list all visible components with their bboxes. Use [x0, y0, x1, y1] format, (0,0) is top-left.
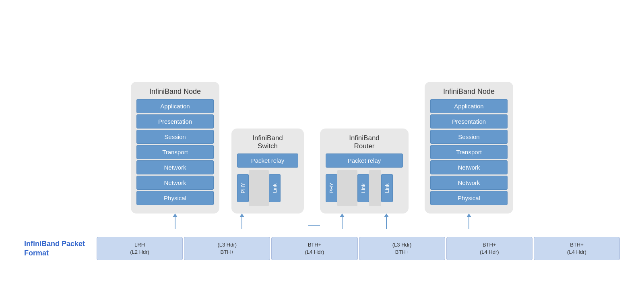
- switch-vline-left: [242, 217, 242, 229]
- left-node-wrap: InfiniBand Node Application Presentation…: [131, 82, 219, 230]
- router-link-right-label: Link: [381, 174, 393, 202]
- infiniband-router: InfiniBandRouter Packet relay PHY Link L…: [320, 129, 409, 214]
- router-link-right-col: Link: [381, 170, 393, 206]
- router-arrow-right: [384, 214, 389, 230]
- router-arrow-left: [340, 214, 345, 230]
- right-layer-network1: Network: [430, 160, 508, 174]
- left-layer-presentation: Presentation: [136, 114, 214, 129]
- left-arrowhead: [173, 214, 178, 217]
- packet-format-label: InfiniBand PacketFormat: [24, 239, 97, 258]
- router-link-left-col: Link: [357, 170, 369, 206]
- right-node-wrap: InfiniBand Node Application Presentation…: [425, 82, 513, 230]
- right-vline: [469, 217, 469, 229]
- h-conn-1: [308, 225, 320, 226]
- right-infiniband-node: InfiniBand Node Application Presentation…: [425, 82, 513, 214]
- packet-seg-l3-bth2: (L3 Hdr)BTH+: [359, 237, 445, 260]
- router-phy-label: PHY: [326, 174, 337, 202]
- switch-link-label: Link: [269, 174, 281, 202]
- diagram-inner: InfiniBand Node Application Presentation…: [24, 12, 620, 230]
- right-layer-session: Session: [430, 130, 508, 144]
- router-vline-right: [386, 217, 387, 229]
- switch-link-col: Link: [269, 170, 281, 206]
- left-layer-network1: Network: [136, 160, 214, 174]
- infiniband-switch: InfiniBandSwitch Packet relay PHY Link: [231, 129, 304, 214]
- right-layer-transport: Transport: [430, 145, 508, 159]
- diagram-wrapper: InfiniBand Node Application Presentation…: [24, 12, 620, 230]
- right-layer-presentation: Presentation: [430, 114, 508, 129]
- left-layer-session: Session: [136, 130, 214, 144]
- packet-seg-bth-l4-2: BTH+(L4 Hdr): [446, 237, 533, 260]
- switch-packet-relay: Packet relay: [237, 153, 298, 168]
- packet-segments: LRH(L2 Hdr) (L3 Hdr)BTH+ BTH+(L4 Hdr) (L…: [97, 237, 620, 260]
- switch-wrap: InfiniBandSwitch Packet relay PHY Link: [231, 129, 304, 230]
- router-phy-col: PHY: [326, 170, 337, 206]
- left-node-title: InfiniBand Node: [136, 87, 214, 96]
- switch-arrow-left: [239, 214, 244, 230]
- router-port-gap2: [369, 170, 381, 206]
- router-arrowhead-left: [340, 214, 345, 217]
- switch-port-gap: [249, 170, 269, 206]
- router-packet-relay: Packet relay: [326, 153, 403, 168]
- switch-phy-label: PHY: [237, 174, 249, 202]
- left-vline: [175, 217, 175, 229]
- right-node-title: InfiniBand Node: [430, 87, 508, 96]
- router-port-gap: [337, 170, 357, 206]
- switch-title: InfiniBandSwitch: [237, 134, 298, 150]
- switch-phy-col: PHY: [237, 170, 249, 206]
- switch-arrowhead-left: [239, 214, 244, 217]
- router-wrap: InfiniBandRouter Packet relay PHY Link L…: [320, 129, 409, 230]
- right-arrowhead: [466, 214, 471, 217]
- left-infiniband-node: InfiniBand Node Application Presentation…: [131, 82, 219, 214]
- left-layer-physical: Physical: [136, 191, 214, 205]
- packet-seg-lrh: LRH(L2 Hdr): [97, 237, 183, 260]
- router-vline-left: [342, 217, 343, 229]
- packet-seg-bth-l4-1: BTH+(L4 Hdr): [271, 237, 357, 260]
- right-node-arrow: [466, 214, 471, 230]
- left-layer-application: Application: [136, 99, 214, 113]
- left-layer-network2: Network: [136, 176, 214, 190]
- router-arrows: [320, 214, 409, 230]
- packet-seg-bth-l4-3: BTH+(L4 Hdr): [534, 237, 620, 260]
- right-layer-network2: Network: [430, 176, 508, 190]
- left-layer-transport: Transport: [136, 145, 214, 159]
- left-node-arrow: [173, 214, 178, 230]
- packet-format-area: InfiniBand PacketFormat LRH(L2 Hdr) (L3 …: [24, 237, 620, 260]
- router-port-row: PHY Link Link: [326, 170, 403, 206]
- switch-port-row: PHY Link: [237, 170, 298, 206]
- router-link-left-label: Link: [357, 174, 369, 202]
- main-container: InfiniBand Node Application Presentation…: [0, 0, 644, 282]
- switch-router-gap: [308, 225, 320, 226]
- right-layer-application: Application: [430, 99, 508, 113]
- router-arrowhead-right: [384, 214, 389, 217]
- packet-seg-l3-bth1: (L3 Hdr)BTH+: [184, 237, 270, 260]
- router-title: InfiniBandRouter: [326, 134, 403, 150]
- right-layer-physical: Physical: [430, 191, 508, 205]
